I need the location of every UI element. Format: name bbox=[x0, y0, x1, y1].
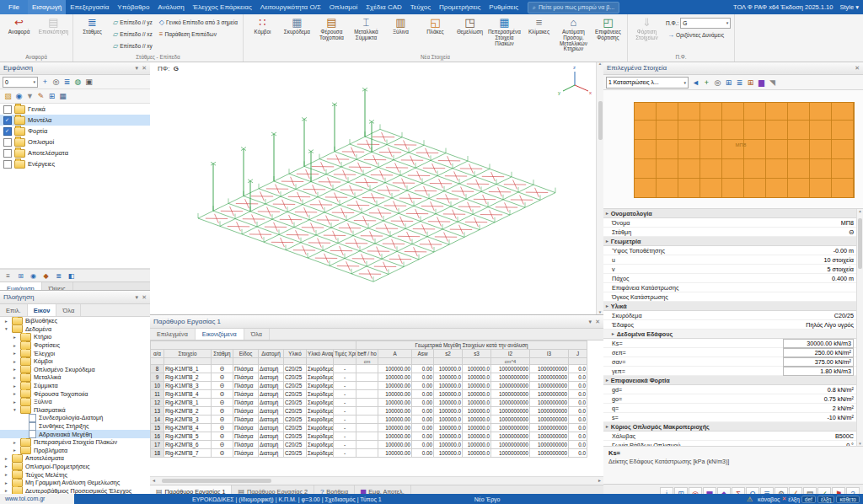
ribbon-tab-8[interactable]: Σχέδια CAD bbox=[362, 0, 406, 14]
column-header[interactable]: Υλικό bbox=[284, 350, 307, 358]
property-row[interactable]: ΧάλυβαςB500C bbox=[603, 432, 857, 441]
elements-table[interactable]: Γεωμετρικά Μεγέθη Στοιχείων κατά την ανά… bbox=[150, 340, 587, 458]
table-row[interactable]: 14Rig-K2ΜΠ8_3ΘΠλάσμαΔιατομήC20/25Σκυρόδε… bbox=[151, 416, 587, 424]
expand-icon[interactable]: ▸ bbox=[12, 343, 18, 348]
expand-icon[interactable]: ▾ bbox=[3, 326, 9, 331]
tree-item[interactable]: Φορτία bbox=[0, 126, 150, 137]
column-header[interactable]: Στάθμη bbox=[212, 350, 233, 358]
add-icon[interactable]: + bbox=[701, 77, 712, 88]
slab-preview[interactable]: ΜΠ8 bbox=[603, 90, 863, 209]
ribbon-button[interactable]: ≡Παράθεση Επιπέδων bbox=[158, 29, 239, 40]
checkbox[interactable] bbox=[3, 127, 12, 136]
checkbox[interactable] bbox=[3, 149, 12, 158]
tree-item[interactable]: ▸Πεπερασμένα Στοιχεία Πλακών bbox=[0, 438, 150, 447]
panel-pin-icon[interactable]: ▾ bbox=[136, 294, 139, 301]
table-row[interactable]: 10Rig-K1ΜΠ8_3ΘΠλάσμαΔιατομήC20/25Σκυρόδε… bbox=[151, 382, 587, 390]
ribbon-button[interactable]: →Οριζόντιες Δυνάμεις bbox=[666, 29, 731, 40]
tree-item[interactable]: ▾Δεδομένα bbox=[0, 325, 150, 334]
table-row[interactable]: 11Rig-K1ΜΠ8_4ΘΠλάσμαΔιατομήC20/25Σκυρόδε… bbox=[151, 390, 587, 399]
column-header[interactable]: s3 bbox=[463, 350, 491, 358]
panel-close-icon[interactable]: ✕ bbox=[142, 65, 147, 72]
selection-scope-combo[interactable]: 1 Καταστρώσεις λ...▾ bbox=[606, 77, 689, 88]
scroll-left-icon[interactable]: ◄ bbox=[152, 478, 156, 483]
tag-icon[interactable]: ◆ bbox=[40, 271, 51, 281]
expand-icon[interactable]: ▾ bbox=[12, 407, 18, 412]
expand-icon[interactable]: ▸ bbox=[3, 480, 9, 485]
expand-icon[interactable]: ▸ bbox=[12, 391, 18, 396]
layers-icon[interactable]: ≣ bbox=[62, 77, 72, 88]
table-row[interactable]: 16Rig-K2ΜΠ8_5ΘΠλάσμαΔιατομήC20/25Σκυρόδε… bbox=[151, 432, 587, 441]
filter-tab[interactable]: Εικονιζόμενα bbox=[196, 329, 244, 340]
grid-icon[interactable]: ⊞ bbox=[723, 77, 734, 88]
ribbon-button[interactable]: ▦Σκυρόδεμα bbox=[280, 15, 314, 53]
ribbon-button[interactable]: ◳Θεμελίωση bbox=[453, 15, 487, 53]
tree-item[interactable]: ▸Βιβλιοθήκες bbox=[0, 317, 150, 325]
zoom-icon[interactable]: ◎ bbox=[712, 77, 723, 88]
property-row[interactable]: σεπ=250.00 kN/m² bbox=[603, 348, 857, 357]
file-menu-button[interactable]: File bbox=[0, 0, 28, 14]
property-row[interactable]: q=2 kN/m² bbox=[603, 404, 857, 413]
ribbon-tab-6[interactable]: Λειτουργικότητα Ο/Σ bbox=[256, 0, 325, 14]
panel-tab[interactable]: Όλα bbox=[56, 304, 81, 316]
table-row[interactable]: 15Rig-K2ΜΠ8_4ΘΠλάσμαΔιατομήC20/25Σκυρόδε… bbox=[151, 424, 587, 432]
grid-icon[interactable]: ⊞ bbox=[15, 271, 26, 281]
panel-close-icon[interactable]: ✕ bbox=[595, 319, 600, 325]
globe-icon[interactable]: ◍ bbox=[72, 77, 83, 88]
ribbon-button[interactable]: ▱Επίπεδο // xz bbox=[111, 29, 154, 40]
back-icon[interactable]: ◄ bbox=[690, 77, 701, 88]
ribbon-button[interactable]: ◰Επιφάνειες Φόρτισης bbox=[591, 15, 625, 53]
property-row[interactable]: ΣτάθμηΘ bbox=[603, 228, 857, 237]
ribbon-button[interactable]: ▱Επίπεδο // xy bbox=[111, 40, 154, 51]
tree-item[interactable]: ▸Έλεγχοι bbox=[0, 349, 150, 357]
scroll-down-icon[interactable]: ▼ bbox=[598, 310, 602, 314]
property-section-header[interactable]: ▸Δεδομένα Εδάφους bbox=[603, 330, 857, 339]
ribbon-button[interactable]: ⌂Αυτόματη Προσομ. Μεταλλικών Κτηρίων bbox=[556, 15, 591, 53]
expand-icon[interactable]: ▸ bbox=[12, 399, 18, 405]
tree-item[interactable]: Συνδεσμολογία-Διατομή bbox=[0, 414, 150, 422]
expand-icon[interactable]: ▸ bbox=[3, 319, 9, 324]
display-level-combo[interactable]: 0▾ bbox=[3, 77, 38, 88]
expand-icon[interactable]: ▸ bbox=[12, 383, 18, 389]
table-hscrollbar[interactable]: ◄ ► bbox=[150, 476, 603, 485]
property-row[interactable]: σαν=375.00 kN/m² bbox=[603, 357, 857, 367]
tree-item[interactable]: ▸Μεταλλικά bbox=[0, 373, 150, 382]
tree-item[interactable]: Αδρανειακά Μεγέθη bbox=[0, 430, 150, 438]
ribbon-button[interactable]: ≣Στάθμες bbox=[75, 15, 110, 53]
eye-icon[interactable]: ◉ bbox=[13, 91, 24, 102]
ribbon-tab-9[interactable]: Τεύχος bbox=[406, 0, 435, 14]
pan-icon[interactable]: + bbox=[40, 77, 51, 88]
tree-item[interactable]: Οπλισμοί bbox=[0, 137, 150, 147]
checkbox[interactable] bbox=[3, 116, 12, 125]
panel-tab[interactable]: Επιλ. bbox=[0, 304, 28, 316]
folder-icon[interactable]: ▨ bbox=[3, 91, 13, 102]
list-icon[interactable]: ≡ bbox=[3, 271, 13, 281]
tree-item[interactable]: ▸Μη Γραμμική Ανάλυση Θεμελίωσης bbox=[0, 479, 150, 487]
table-row[interactable]: 9Rig-K1ΜΠ8_2ΘΠλάσμαΔιατομήC20/25Σκυρόδεμ… bbox=[151, 373, 587, 382]
tree-item[interactable]: ▾Πλασματικά bbox=[0, 406, 150, 415]
ribbon-button[interactable]: ▱Επίπεδο // yz bbox=[111, 17, 154, 28]
column-header[interactable]: l2 bbox=[491, 350, 530, 358]
ribbon-button[interactable]: ∷Κόμβοι bbox=[245, 15, 280, 53]
layers-icon[interactable]: ≣ bbox=[734, 77, 745, 88]
zoom-icon[interactable]: ◎ bbox=[51, 77, 62, 88]
save-icon[interactable]: ▦ bbox=[57, 91, 68, 102]
property-row[interactable]: ΣκυρόδεμαC20/25 bbox=[603, 311, 857, 320]
checkbox[interactable] bbox=[3, 105, 12, 114]
property-row[interactable]: u10 στοιχεία bbox=[603, 255, 857, 265]
checkbox[interactable] bbox=[3, 138, 12, 147]
panel-pin-icon[interactable]: ▾ bbox=[136, 65, 139, 72]
expand-icon[interactable]: ▸ bbox=[3, 488, 9, 493]
column-header[interactable]: Asw bbox=[412, 350, 434, 358]
property-row[interactable]: Επιφάνεια Κατάστρωσης bbox=[603, 283, 857, 292]
grid-toggle-label[interactable]: κάναβος bbox=[758, 496, 780, 502]
snap-mode-toggle[interactable]: κάθετο bbox=[836, 496, 860, 503]
property-row[interactable]: Ks=30000.00 kN/m3 bbox=[603, 339, 857, 348]
brush-icon[interactable]: ✎ bbox=[35, 91, 46, 102]
tree-item[interactable]: ▸Φέρουσα Τοιχοποιία bbox=[0, 389, 150, 398]
column-header[interactable]: Υλικό Αναφοράς bbox=[307, 350, 334, 358]
ribbon-tab-3[interactable]: Υπόβαθρο bbox=[113, 0, 153, 14]
tree-item[interactable]: ▸Φορτίσεις bbox=[0, 341, 150, 350]
column-header[interactable]: J bbox=[569, 350, 587, 358]
panel-close-icon[interactable]: ✕ bbox=[142, 294, 147, 301]
table-row[interactable]: 17Rig-K2ΜΠ8_6ΘΠλάσμαΔιατομήC20/25Σκυρόδε… bbox=[151, 441, 587, 449]
